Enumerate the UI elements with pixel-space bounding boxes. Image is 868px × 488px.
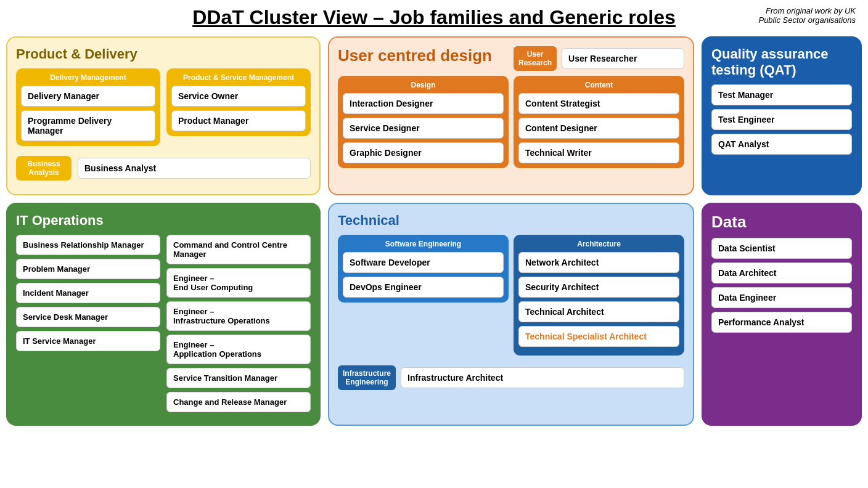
role-network-architect: Network Architect [518, 252, 679, 273]
cluster-technical: Technical Software Engineering Software … [328, 203, 694, 426]
cluster-tech-title: Technical [338, 213, 684, 229]
role-technical-writer: Technical Writer [518, 142, 679, 163]
psm-label: Product & Service Management [171, 73, 306, 82]
cluster-data: Data Data Scientist Data Architect Data … [702, 203, 862, 426]
role-devops-engineer: DevOps Engineer [343, 277, 504, 298]
role-delivery-manager: Delivery Manager [21, 86, 155, 107]
role-graphic-designer: Graphic Designer [343, 142, 504, 163]
subgroup-design: Design Interaction Designer Service Desi… [338, 76, 509, 168]
delivery-management-label: Delivery Management [21, 73, 155, 82]
cluster-pd-title: Product & Delivery [16, 46, 311, 62]
cluster-data-title: Data [711, 213, 852, 232]
main-grid: Product & Delivery Delivery Management D… [6, 36, 862, 426]
role-product-manager: Product Manager [171, 110, 306, 131]
ito-right-col: Command and Control Centre Manager Engin… [166, 235, 311, 416]
ucd-top-row: User centred design UserResearch User Re… [338, 46, 684, 71]
cluster-product-delivery: Product & Delivery Delivery Management D… [6, 36, 321, 195]
ucd-content-col: Content Content Strategist Content Desig… [514, 76, 684, 173]
role-engineer-infra-ops: Engineer –Infrastructure Operations [166, 301, 311, 331]
role-service-desk-manager: Service Desk Manager [16, 307, 160, 327]
tech-bottom-row: InfrastructureEngineering Infrastructure… [338, 365, 684, 390]
role-content-strategist: Content Strategist [518, 93, 679, 114]
pd-delivery-col: Delivery Management Delivery Manager Pro… [16, 68, 160, 151]
role-performance-analyst: Performance Analyst [711, 312, 852, 333]
infra-engineering-label: InfrastructureEngineering [338, 365, 396, 390]
ito-left-col: Business Relationship Manager Problem Ma… [16, 235, 160, 416]
design-label: Design [343, 81, 504, 89]
role-security-architect: Security Architect [518, 277, 679, 298]
role-service-designer: Service Designer [343, 118, 504, 139]
role-service-owner: Service Owner [171, 86, 306, 107]
cluster-ito-title: IT Operations [16, 213, 311, 229]
role-technical-specialist-architect: Technical Specialist Architect [518, 326, 679, 347]
subgroup-delivery-management: Delivery Management Delivery Manager Pro… [16, 68, 160, 146]
cluster-ucd-title: User centred design [338, 46, 509, 65]
role-problem-manager: Problem Manager [16, 259, 160, 279]
user-research-label: UserResearch [514, 46, 557, 71]
tech-arch-col: Architecture Network Architect Security … [514, 235, 684, 360]
role-infrastructure-architect: Infrastructure Architect [401, 367, 684, 388]
role-business-analyst: Business Analyst [78, 158, 311, 179]
role-technical-architect: Technical Architect [518, 301, 679, 322]
role-data-engineer: Data Engineer [711, 287, 852, 308]
role-service-transition-manager: Service Transition Manager [166, 368, 311, 388]
subgroup-content: Content Content Strategist Content Desig… [514, 76, 684, 168]
page-subtitle: From original work by UK Public Sector o… [757, 6, 856, 25]
role-engineer-end-user: Engineer –End User Computing [166, 268, 311, 298]
tech-sw-col: Software Engineering Software Developer … [338, 235, 509, 360]
role-software-developer: Software Developer [343, 252, 504, 273]
role-business-relationship-manager: Business Relationship Manager [16, 235, 160, 255]
content-label: Content [518, 81, 679, 89]
role-interaction-designer: Interaction Designer [343, 93, 504, 114]
cluster-user-centred-design: User centred design UserResearch User Re… [328, 36, 694, 195]
role-test-engineer: Test Engineer [711, 109, 852, 130]
tech-inner: Software Engineering Software Developer … [338, 235, 684, 360]
role-command-control-manager: Command and Control Centre Manager [166, 235, 311, 264]
role-incident-manager: Incident Manager [16, 283, 160, 303]
role-content-designer: Content Designer [518, 118, 679, 139]
role-data-scientist: Data Scientist [711, 238, 852, 259]
role-data-architect: Data Architect [711, 262, 852, 283]
subgroup-software-engineering: Software Engineering Software Developer … [338, 235, 509, 303]
cluster-it-operations: IT Operations Business Relationship Mana… [6, 203, 321, 426]
role-programme-delivery-manager: Programme Delivery Manager [21, 110, 155, 141]
user-research-row: UserResearch User Researcher [514, 46, 684, 71]
role-test-manager: Test Manager [711, 84, 852, 105]
ucd-inner: Design Interaction Designer Service Desi… [338, 76, 684, 173]
role-engineer-app-ops: Engineer –Application Operations [166, 335, 311, 364]
ito-inner: Business Relationship Manager Problem Ma… [16, 235, 311, 416]
role-change-release-manager: Change and Release Manager [166, 392, 311, 412]
subgroup-product-service-management: Product & Service Management Service Own… [166, 68, 311, 136]
page-header: DDaT Cluster View – Job families and Gen… [6, 6, 862, 29]
role-user-researcher: User Researcher [562, 48, 684, 69]
pd-psm-col: Product & Service Management Service Own… [166, 68, 311, 151]
ucd-design-col: Design Interaction Designer Service Desi… [338, 76, 509, 173]
subgroup-architecture: Architecture Network Architect Security … [514, 235, 684, 356]
ba-label: BusinessAnalysis [16, 156, 72, 181]
cluster-qat: Quality assurance testing (QAT) Test Man… [702, 36, 862, 195]
cluster-qat-title: Quality assurance testing (QAT) [711, 46, 852, 78]
arch-label: Architecture [518, 240, 679, 248]
page-title: DDaT Cluster View – Job families and Gen… [6, 6, 862, 29]
pd-top-row: Delivery Management Delivery Manager Pro… [16, 68, 311, 151]
role-qat-analyst: QAT Analyst [711, 134, 852, 155]
se-label: Software Engineering [343, 240, 504, 248]
role-it-service-manager: IT Service Manager [16, 331, 160, 351]
pd-ba-row: BusinessAnalysis Business Analyst [16, 156, 311, 181]
